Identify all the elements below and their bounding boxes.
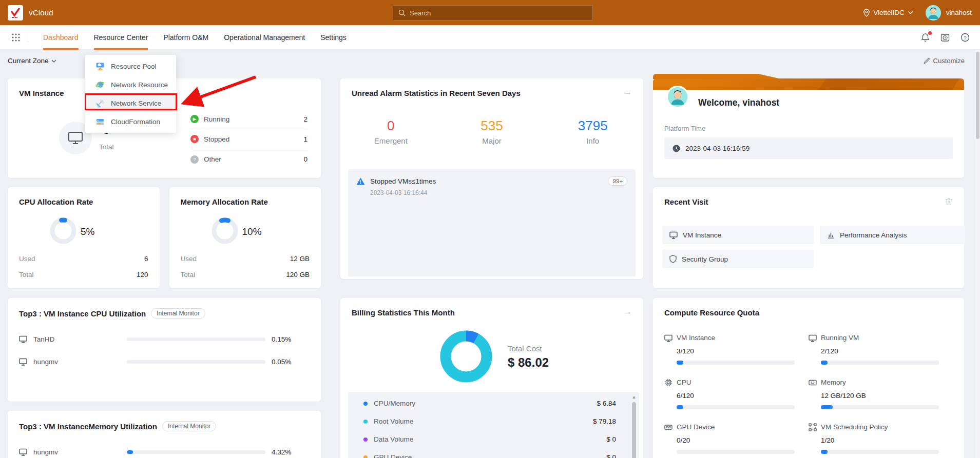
recent-item-vm-instance[interactable]: VM Instance xyxy=(662,226,814,244)
quota-vm-instance: VM Instance 3/120 xyxy=(664,333,809,377)
user-avatar[interactable] xyxy=(926,5,941,21)
svg-text:?: ? xyxy=(964,34,966,40)
scroll-up-arrow[interactable]: ▲ xyxy=(631,394,637,400)
tab-operational-management[interactable]: Operational Management xyxy=(216,25,313,50)
recent-item-security-group[interactable]: Security Group xyxy=(662,250,814,268)
alarm-history-icon[interactable] xyxy=(940,33,950,42)
chevron-down-icon xyxy=(908,11,913,14)
network-service-icon xyxy=(95,98,105,108)
menu-item-network-service[interactable]: Network Service xyxy=(85,94,176,112)
monitor-icon xyxy=(669,231,678,239)
alarm-stat-emergent: 0 Emergent xyxy=(340,118,441,145)
tab-settings[interactable]: Settings xyxy=(313,25,354,50)
top3-cpu-card: Top3 : VM Instance CPU UtilizationIntern… xyxy=(8,298,321,402)
open-billing-arrow[interactable]: → xyxy=(623,307,632,317)
total-cost-label: Total Cost xyxy=(508,344,542,353)
top3-memory-card: Top3 : VM InstanceMemory UtilizationInte… xyxy=(8,411,321,458)
billing-row: GPU Device $ 0 xyxy=(363,448,616,458)
menu-item-cloudformation[interactable]: CloudFormation xyxy=(85,112,176,131)
memory-percent: 10% xyxy=(242,226,262,238)
open-alarms-arrow[interactable]: → xyxy=(623,87,632,97)
gpu-icon xyxy=(664,424,672,431)
util-row: TanHD 0.15% xyxy=(19,328,310,350)
monitor-icon xyxy=(19,335,27,343)
main-nav: Dashboard Resource Center Platform O&M O… xyxy=(0,25,980,50)
alarm-stat-info: 3795 Info xyxy=(542,118,643,145)
quota-cpu: CPU 6/120 xyxy=(664,377,809,422)
shield-icon xyxy=(669,255,677,263)
top-bar: vCloud ViettelIDC vinahost xyxy=(0,0,980,25)
welcome-card: Welcome, vinahost Platform Time 2023-04-… xyxy=(653,78,964,178)
location-pin-icon xyxy=(863,9,870,17)
vm-status-list: ▶ Running 2 ■ Stopped 1 ? Other 0 xyxy=(190,109,308,169)
stopped-status-icon: ■ xyxy=(190,135,199,143)
quota-memory: Memory 12 GB/120 GB xyxy=(809,377,953,422)
tab-dashboard[interactable]: Dashboard xyxy=(35,25,86,50)
alarm-stat-major: 535 Major xyxy=(441,118,543,145)
chevron-down-icon xyxy=(51,59,56,63)
welcome-banner xyxy=(653,78,964,90)
cpu-allocation-donut xyxy=(49,217,77,245)
global-search[interactable] xyxy=(393,5,593,21)
scrollbar-thumb[interactable] xyxy=(632,402,636,458)
menu-item-network-resource[interactable]: Network Resource xyxy=(85,75,176,94)
monitor-icon xyxy=(19,358,27,366)
internal-monitor-badge: Internal Monitor xyxy=(162,421,216,431)
clock-icon xyxy=(672,145,680,152)
notifications-bell-icon[interactable] xyxy=(921,33,930,42)
vcloud-logo xyxy=(8,5,23,21)
alarm-entry[interactable]: Stopped VMs≤1times 99+ xyxy=(356,176,627,186)
monitor-icon xyxy=(664,334,672,342)
resource-center-menu: Resource Pool Network Resource Network S… xyxy=(85,55,176,133)
scheduling-policy-icon xyxy=(809,423,817,431)
card-title: VM Instance xyxy=(19,89,64,97)
help-icon[interactable]: ? xyxy=(960,33,970,42)
zone-label: Current Zone xyxy=(8,57,49,65)
recent-item-performance-analysis[interactable]: Performance Analysis xyxy=(820,226,965,244)
vm-total-label: Total xyxy=(99,143,114,151)
menu-item-resource-pool[interactable]: Resource Pool xyxy=(85,57,176,75)
quota-running-vm: Running VM 2/120 xyxy=(809,333,953,377)
cloudformation-icon xyxy=(95,117,105,126)
search-input[interactable] xyxy=(410,9,579,17)
nav-divider xyxy=(28,33,28,42)
quota-gpu-device: GPU Device 0/20 xyxy=(664,422,809,458)
tab-resource-center[interactable]: Resource Center xyxy=(86,25,156,50)
welcome-banner-tab xyxy=(653,74,781,79)
region-selector[interactable]: ViettelIDC xyxy=(863,9,913,17)
memory-icon xyxy=(809,379,817,386)
username-label[interactable]: vinahost xyxy=(946,9,972,16)
billing-card: Billing Statistics This Month → Total Co… xyxy=(340,298,643,458)
billing-row: CPU/Memory $ 6.84 xyxy=(363,394,616,412)
running-status-icon: ▶ xyxy=(190,115,199,123)
monitor-icon xyxy=(19,448,27,456)
monitor-icon xyxy=(809,334,817,342)
legend-dot xyxy=(363,455,368,458)
compute-resource-quota-card: Compute Resource Quota VM Instance 3/120… xyxy=(653,298,964,458)
app-title: vCloud xyxy=(29,8,53,17)
legend-dot xyxy=(363,437,368,442)
pencil-icon xyxy=(924,57,930,64)
alarm-count-badge: 99+ xyxy=(608,176,627,186)
trash-icon[interactable] xyxy=(945,197,953,206)
billing-row: Data Volume $ 0 xyxy=(363,430,616,448)
billing-items-panel: CPU/Memory $ 6.84 Root Volume $ 79.18 Da… xyxy=(348,392,639,458)
billing-donut-chart xyxy=(439,330,493,383)
util-row: hungmv 0.05% xyxy=(19,350,310,373)
billing-scrollbar[interactable]: ▲ xyxy=(631,394,637,458)
customize-button[interactable]: Customize xyxy=(924,57,965,65)
quota-vm-scheduling-policy: VM Scheduling Policy 1/20 xyxy=(809,422,953,458)
warning-triangle-icon xyxy=(356,177,365,185)
tab-platform-om[interactable]: Platform O&M xyxy=(156,25,216,50)
zone-selector[interactable]: Current Zone xyxy=(8,57,56,65)
alarm-statistics-card: Unread Alarm Statistics in Recent Seven … xyxy=(340,78,643,279)
cpu-percent: 5% xyxy=(81,226,94,238)
scrollbar-thumb[interactable] xyxy=(976,52,979,139)
cpu-allocation-card: CPU Allocation Rate 5% Used6 Total120 xyxy=(8,187,160,288)
app-launcher-icon[interactable] xyxy=(11,33,21,42)
vm-status-running: ▶ Running 2 xyxy=(190,109,308,129)
legend-dot xyxy=(363,420,368,424)
page-scrollbar[interactable] xyxy=(975,50,980,458)
search-icon xyxy=(398,9,406,16)
legend-dot xyxy=(363,402,368,406)
